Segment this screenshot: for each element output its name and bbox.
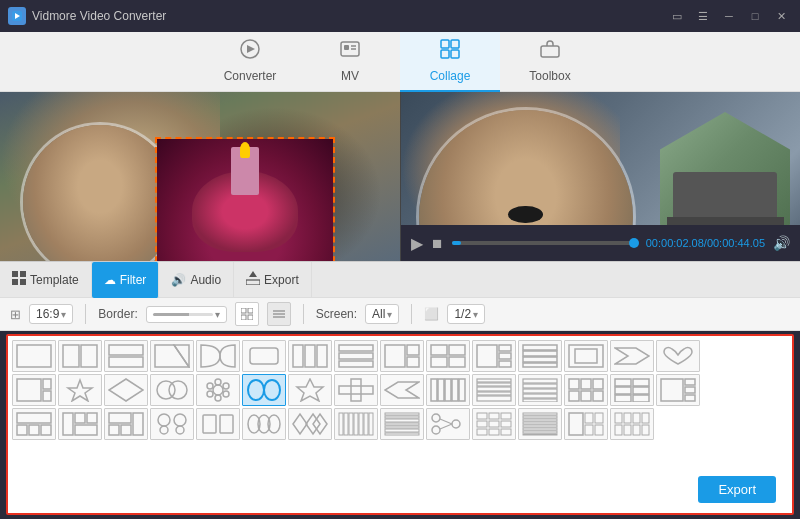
tmpl-diagonal[interactable] [150, 340, 194, 372]
svg-rect-173 [595, 425, 603, 435]
tmpl-share[interactable] [426, 408, 470, 440]
export-button[interactable]: Export [698, 476, 776, 503]
svg-rect-52 [523, 351, 557, 356]
tmpl-three-mixed[interactable] [380, 340, 424, 372]
tmpl-two-v[interactable] [58, 340, 102, 372]
tmpl-wide-3l[interactable] [12, 408, 56, 440]
menu-button[interactable]: ☰ [692, 8, 714, 24]
tmpl-five-eq[interactable] [518, 374, 562, 406]
svg-rect-86 [477, 392, 511, 395]
close-button[interactable]: ✕ [770, 8, 792, 24]
tmpl-circles[interactable] [150, 374, 194, 406]
tab-collage[interactable]: Collage [400, 32, 500, 92]
tmpl-star[interactable] [58, 374, 102, 406]
tmpl-nine-r[interactable] [564, 408, 608, 440]
maximize-button[interactable]: □ [744, 8, 766, 24]
svg-marker-18 [249, 271, 257, 277]
tmpl-three-v[interactable] [288, 340, 332, 372]
tmpl-six-h[interactable] [610, 374, 654, 406]
tmpl-nine-h[interactable] [518, 408, 562, 440]
tmpl-curve[interactable] [196, 340, 240, 372]
tmpl-arrow-left[interactable] [380, 374, 424, 406]
tmpl-six-grid[interactable] [564, 374, 608, 406]
tmpl-diamond[interactable] [104, 374, 148, 406]
svg-point-123 [160, 426, 168, 434]
tmpl-t-shape[interactable] [58, 408, 102, 440]
play-button[interactable]: ▶ [411, 234, 423, 253]
svg-rect-174 [615, 413, 622, 423]
screen-select[interactable]: All ▾ [365, 304, 399, 324]
tmpl-wide-left[interactable] [12, 374, 56, 406]
tmpl-four-h[interactable] [518, 340, 562, 372]
tmpl-five-v[interactable] [426, 374, 470, 406]
tmpl-sq-two[interactable] [196, 408, 240, 440]
tmpl-four-circles[interactable] [150, 408, 194, 440]
filter-button[interactable]: ☁ Filter [92, 262, 160, 298]
message-button[interactable]: ▭ [666, 8, 688, 24]
stop-button[interactable]: ⏹ [431, 236, 444, 251]
audio-button[interactable]: 🔊 Audio [159, 262, 234, 298]
svg-rect-29 [109, 345, 143, 355]
svg-rect-89 [523, 384, 557, 388]
svg-rect-13 [12, 271, 18, 277]
tmpl-oval-two[interactable] [242, 374, 286, 406]
tab-collage-label: Collage [430, 69, 471, 83]
ratio-select[interactable]: 16:9 ▾ [29, 304, 73, 324]
tmpl-nine-eq[interactable] [610, 408, 654, 440]
tmpl-star-6[interactable] [288, 374, 332, 406]
tmpl-cross[interactable] [334, 374, 378, 406]
tmpl-arrow-right[interactable] [610, 340, 654, 372]
tmpl-flower[interactable] [196, 374, 240, 406]
svg-rect-80 [445, 379, 451, 401]
tmpl-oval-three[interactable] [242, 408, 286, 440]
svg-point-65 [213, 385, 223, 395]
tmpl-five-h[interactable] [472, 374, 516, 406]
tmpl-stair[interactable] [104, 408, 148, 440]
left-video-panel[interactable]: ✚ [0, 92, 401, 261]
progress-bar[interactable] [452, 241, 638, 245]
svg-rect-48 [499, 345, 511, 351]
grid-view-button[interactable] [235, 302, 259, 326]
svg-rect-20 [248, 308, 253, 313]
svg-rect-178 [615, 425, 622, 435]
svg-rect-110 [17, 425, 27, 435]
svg-point-71 [207, 383, 213, 389]
page-select[interactable]: 1/2 ▾ [447, 304, 485, 324]
list-view-button[interactable] [267, 302, 291, 326]
border-slider[interactable]: ▾ [146, 306, 227, 323]
tmpl-wide-rect[interactable] [242, 340, 286, 372]
tmpl-double-arrow[interactable] [288, 408, 332, 440]
tab-converter[interactable]: Converter [200, 32, 300, 92]
tmpl-seven-v[interactable] [334, 408, 378, 440]
svg-rect-103 [615, 395, 631, 402]
svg-rect-152 [477, 413, 487, 419]
tab-mv[interactable]: MV [300, 32, 400, 92]
audio-label: Audio [190, 273, 221, 287]
export-icon [246, 271, 260, 288]
tmpl-heart[interactable] [656, 340, 700, 372]
export-ctrl-button[interactable]: Export [234, 262, 312, 298]
tmpl-four-r[interactable] [472, 340, 516, 372]
export-ctrl-label: Export [264, 273, 299, 287]
tmpl-four-grid[interactable] [426, 340, 470, 372]
right-video-panel[interactable]: ▶ ⏹ 00:00:02.08/00:00:44.05 🔊 [401, 92, 801, 261]
page-value: 1/2 [454, 307, 471, 321]
tmpl-three-eq-h[interactable] [334, 340, 378, 372]
tmpl-rect-center[interactable] [564, 340, 608, 372]
tmpl-two-h[interactable] [104, 340, 148, 372]
svg-marker-31 [155, 345, 189, 367]
svg-rect-14 [20, 271, 26, 277]
tmpl-six-r[interactable] [656, 374, 700, 406]
volume-icon[interactable]: 🔊 [773, 235, 790, 251]
tmpl-seven-eq[interactable] [380, 408, 424, 440]
tmpl-nine-grid[interactable] [472, 408, 516, 440]
divider-3 [411, 304, 412, 324]
svg-marker-74 [297, 379, 323, 401]
tab-toolbox[interactable]: Toolbox [500, 32, 600, 92]
svg-point-122 [174, 414, 186, 426]
template-button[interactable]: Template [0, 262, 92, 298]
svg-rect-43 [431, 345, 447, 355]
minimize-button[interactable]: ─ [718, 8, 740, 24]
svg-rect-160 [501, 429, 511, 435]
tmpl-single[interactable] [12, 340, 56, 372]
